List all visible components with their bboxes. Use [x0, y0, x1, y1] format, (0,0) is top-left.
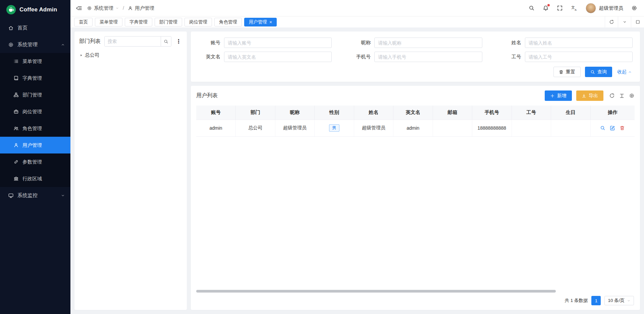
tree-node-head-office[interactable]: 总公司 — [79, 51, 182, 59]
sidebar-item-dept-management[interactable]: 部门管理 — [0, 86, 70, 103]
svg-text:A: A — [575, 8, 577, 11]
search-icon — [600, 125, 605, 131]
tab-menu-management[interactable]: 菜单管理 — [95, 18, 122, 26]
search-icon — [529, 5, 535, 11]
column-header-operation: 操作 — [590, 106, 635, 120]
tab-user-management[interactable]: 用户管理 × — [244, 18, 277, 26]
user-list-header: 用户列表 新增 导出 — [196, 90, 635, 101]
expand-box-icon — [635, 19, 640, 24]
gear-icon — [8, 42, 14, 48]
edit-row-button[interactable] — [610, 125, 615, 131]
view-row-button[interactable] — [600, 125, 605, 131]
user-menu[interactable]: 超级管理员 — [586, 3, 624, 13]
breadcrumb-parent[interactable]: 系统管理 — [87, 5, 119, 11]
tab-dept-management[interactable]: 部门管理 — [155, 18, 182, 26]
delete-row-button[interactable] — [620, 125, 625, 131]
tab-post-management[interactable]: 岗位管理 — [184, 18, 212, 26]
column-height-icon — [619, 93, 625, 99]
add-user-button[interactable]: 新增 — [545, 90, 572, 101]
sidebar-item-menu-management[interactable]: 菜单管理 — [0, 53, 70, 70]
sidebar-item-system-management[interactable]: 系统管理 — [0, 36, 70, 53]
right-column: 账号 昵称 姓名 英文名 — [191, 32, 640, 310]
query-button[interactable]: 查询 — [585, 67, 612, 77]
fullscreen-icon — [557, 5, 563, 11]
notification-badge — [547, 4, 550, 6]
coffee-logo-icon — [6, 5, 16, 15]
collapse-button-label: 收起 — [617, 69, 627, 75]
department-more-button[interactable]: ⋮ — [175, 39, 182, 44]
table-row: admin 总公司 超级管理员 男 超级管理员 admin 1888888888… — [196, 120, 635, 136]
gear-icon — [87, 6, 92, 11]
cell-operation — [590, 120, 635, 136]
app-root: Coffee Admin 首页 系统管理 菜单管理 字典管理 — [0, 0, 644, 314]
sidebar-item-system-monitor[interactable]: 系统监控 — [0, 187, 70, 204]
tab-role-management[interactable]: 角色管理 — [214, 18, 242, 26]
horizontal-scrollbar-thumb[interactable] — [196, 290, 556, 293]
table-settings-button[interactable] — [629, 93, 635, 99]
sidebar-item-user-management[interactable]: 用户管理 — [0, 137, 70, 153]
nickname-input[interactable] — [374, 38, 482, 48]
collapse-filter-button[interactable]: 收起 — [616, 67, 633, 77]
table-refresh-button[interactable] — [609, 93, 615, 99]
global-search-button[interactable] — [529, 5, 535, 11]
department-panel-title: 部门列表 — [79, 38, 101, 45]
page-button-1[interactable]: 1 — [591, 296, 601, 305]
content-fullscreen-button[interactable] — [631, 16, 644, 27]
breadcrumb-separator: / — [123, 5, 124, 11]
chevron-down-icon — [623, 20, 627, 24]
cell-account: admin — [196, 120, 236, 136]
name-input[interactable] — [525, 38, 633, 48]
fullscreen-button[interactable] — [557, 5, 563, 11]
column-header-department: 部门 — [236, 106, 275, 120]
breadcrumb-current-label: 用户管理 — [135, 5, 154, 11]
account-input[interactable] — [224, 38, 332, 48]
field-label: 昵称 — [348, 40, 371, 46]
search-icon — [164, 39, 168, 44]
language-button[interactable]: 文A — [571, 5, 578, 11]
table-density-button[interactable] — [619, 93, 625, 99]
sidebar-item-label: 菜单管理 — [22, 58, 42, 65]
caret-right-icon[interactable] — [79, 53, 83, 57]
column-header-phone: 手机号 — [472, 106, 512, 120]
tab-dict-management[interactable]: 字典管理 — [125, 18, 152, 26]
notifications-button[interactable] — [543, 5, 549, 11]
table-empty-space — [196, 137, 635, 289]
sidebar-item-dict-management[interactable]: 字典管理 — [0, 70, 70, 86]
chevron-up-icon — [628, 70, 632, 74]
tab-home[interactable]: 首页 — [74, 18, 93, 26]
phone-input[interactable] — [374, 52, 482, 62]
tab-refresh-button[interactable] — [605, 16, 618, 27]
sidebar-item-admin-region[interactable]: 行政区域 — [0, 170, 70, 187]
gender-tag: 男 — [329, 124, 339, 132]
sidebar-item-home[interactable]: 首页 — [0, 19, 70, 36]
briefcase-icon — [13, 109, 19, 114]
department-search-input[interactable] — [105, 37, 161, 46]
work-no-input[interactable] — [525, 52, 633, 62]
list-icon — [13, 59, 19, 64]
cell-phone: 18888888888 — [472, 120, 512, 136]
sidebar-item-label: 角色管理 — [22, 125, 42, 132]
tab-label: 角色管理 — [219, 19, 237, 25]
english-name-input[interactable] — [224, 52, 332, 62]
sidebar-item-role-management[interactable]: 角色管理 — [0, 120, 70, 137]
export-button[interactable]: 导出 — [576, 90, 603, 101]
app-logo: Coffee Admin — [0, 0, 70, 19]
sidebar-item-param-management[interactable]: 参数管理 — [0, 153, 70, 170]
column-header-nickname: 昵称 — [275, 106, 315, 120]
tab-close-icon[interactable]: × — [269, 20, 272, 24]
sidebar-item-post-management[interactable]: 岗位管理 — [0, 103, 70, 120]
department-tree: 总公司 — [79, 51, 182, 59]
query-button-label: 查询 — [597, 69, 607, 75]
reset-button[interactable]: 重置 — [553, 67, 581, 77]
sidebar-collapse-button[interactable] — [76, 5, 82, 11]
tab-options-button[interactable] — [618, 16, 631, 27]
settings-button[interactable] — [631, 5, 637, 11]
plus-icon — [550, 93, 555, 98]
tabbar-tools — [605, 16, 644, 27]
breadcrumb-current[interactable]: 用户管理 — [128, 5, 154, 11]
chevron-down-icon — [115, 6, 119, 10]
department-search-button[interactable] — [161, 37, 171, 46]
page-size-select[interactable]: 10 条/页 — [604, 296, 634, 305]
sidebar-item-label: 系统监控 — [17, 192, 38, 199]
breadcrumb-parent-label: 系统管理 — [94, 5, 113, 11]
